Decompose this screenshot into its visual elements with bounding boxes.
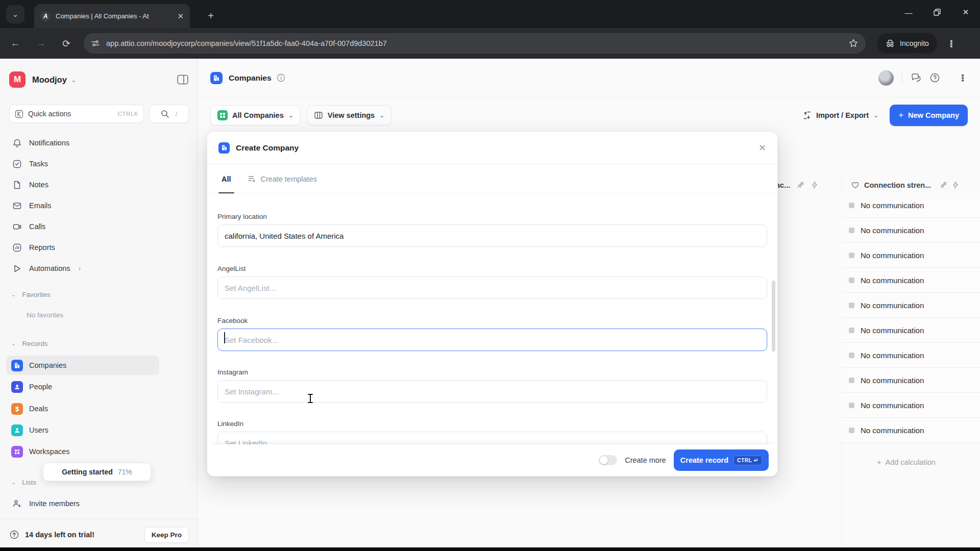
instagram-input[interactable] bbox=[217, 380, 767, 403]
note-icon bbox=[12, 180, 22, 190]
sidebar-item-tasks[interactable]: Tasks bbox=[6, 154, 159, 173]
sidebar-item-users[interactable]: Users bbox=[6, 420, 159, 440]
sidebar-item-label: Notes bbox=[29, 181, 48, 189]
import-export-button[interactable]: Import / Export ⌄ bbox=[797, 105, 884, 126]
refresh-button[interactable]: ⟳ bbox=[56, 33, 77, 54]
restore-button[interactable] bbox=[923, 0, 951, 24]
facebook-input[interactable] bbox=[217, 329, 767, 351]
table-row[interactable]: No communication bbox=[841, 193, 980, 218]
pin-slash-icon[interactable] bbox=[797, 181, 804, 189]
cell-value: No communication bbox=[861, 226, 924, 235]
table-row[interactable]: No communication bbox=[841, 243, 980, 268]
table-column-connection-strength[interactable]: Connection stren... bbox=[851, 181, 959, 189]
new-company-button[interactable]: + New Company bbox=[890, 105, 968, 126]
sidebar-item-notes[interactable]: Notes bbox=[6, 175, 159, 194]
divider bbox=[902, 72, 902, 84]
table-row[interactable]: No communication bbox=[841, 418, 980, 443]
tab-close-icon[interactable]: ✕ bbox=[177, 12, 184, 21]
sidebar-item-emails[interactable]: Emails bbox=[6, 196, 159, 215]
sidebar-item-people[interactable]: People bbox=[6, 377, 159, 396]
quick-actions-button[interactable]: Quick actions CTRLK bbox=[9, 105, 144, 123]
field-instagram: Instagram bbox=[217, 368, 767, 403]
browser-tab[interactable]: A Companies | All Companies - At ✕ bbox=[34, 4, 190, 28]
back-button[interactable]: ← bbox=[5, 33, 26, 54]
add-calculation-button[interactable]: + Add calculation bbox=[841, 443, 980, 481]
table-row[interactable]: No communication bbox=[841, 318, 980, 343]
chat-icon[interactable] bbox=[911, 72, 921, 83]
close-icon[interactable]: ✕ bbox=[758, 142, 766, 154]
status-bullet-icon bbox=[849, 228, 854, 233]
help-icon[interactable] bbox=[929, 72, 940, 83]
bookmark-star-icon[interactable] bbox=[848, 38, 859, 48]
pin-slash-icon[interactable] bbox=[940, 181, 947, 189]
sidebar-item-deals[interactable]: $ Deals bbox=[6, 399, 159, 418]
keep-pro-button[interactable]: Keep Pro bbox=[144, 527, 189, 543]
table-row[interactable]: No communication bbox=[841, 218, 980, 243]
bar-chart-icon bbox=[12, 243, 22, 253]
table-row[interactable]: No communication bbox=[841, 343, 980, 368]
view-selector-label: All Companies bbox=[232, 111, 284, 119]
view-settings-button[interactable]: View settings ⌄ bbox=[307, 105, 391, 126]
more-options-icon[interactable]: ••• bbox=[958, 74, 968, 82]
create-record-button[interactable]: Create record CTRL ↵ bbox=[674, 449, 769, 471]
search-button[interactable]: / bbox=[149, 105, 189, 123]
site-info-icon[interactable] bbox=[91, 39, 100, 48]
invite-members-button[interactable]: Invite members bbox=[6, 494, 159, 513]
tab-all[interactable]: All bbox=[218, 164, 234, 193]
table-row[interactable]: No communication bbox=[841, 368, 980, 393]
favorites-section-header[interactable]: ⌄ Favorites bbox=[11, 287, 164, 302]
sidebar-item-label: Users bbox=[29, 426, 48, 434]
tab-create-templates[interactable]: Create templates bbox=[248, 174, 317, 183]
table-row[interactable]: No communication bbox=[841, 293, 980, 318]
info-icon[interactable] bbox=[277, 73, 285, 82]
new-tab-button[interactable]: + bbox=[203, 8, 218, 23]
view-selector-button[interactable]: All Companies ⌄ bbox=[210, 105, 301, 126]
chevron-down-icon: ⌄ bbox=[11, 340, 16, 347]
lightning-icon[interactable] bbox=[952, 181, 959, 189]
create-more-label: Create more bbox=[625, 456, 666, 464]
address-bar[interactable]: app.attio.com/moodjoycorp/companies/view… bbox=[84, 33, 866, 54]
sidebar-item-workspaces[interactable]: Workspaces bbox=[6, 442, 159, 461]
modal-scrollbar[interactable] bbox=[772, 281, 775, 352]
table-row[interactable]: No communication bbox=[841, 393, 980, 418]
favorites-header-label: Favorites bbox=[22, 291, 51, 298]
minimize-button[interactable]: — bbox=[894, 0, 923, 24]
create-more-toggle[interactable] bbox=[599, 455, 617, 465]
users-icon bbox=[11, 424, 23, 436]
modal-title: Create Company bbox=[236, 143, 299, 153]
sidebar-item-label: Companies bbox=[29, 361, 66, 369]
forward-button[interactable]: → bbox=[31, 33, 51, 54]
table-column-partial[interactable]: ac... bbox=[776, 181, 818, 189]
avatar[interactable] bbox=[878, 70, 894, 86]
view-toolbar: All Companies ⌄ View settings ⌄ Import /… bbox=[198, 97, 980, 133]
search-slash-shortcut: / bbox=[176, 110, 178, 118]
quick-actions-row: Quick actions CTRLK / bbox=[9, 105, 189, 123]
lightning-icon[interactable] bbox=[811, 181, 818, 189]
linkedin-input[interactable] bbox=[217, 432, 767, 445]
getting-started-pill[interactable]: Getting started 71% bbox=[43, 463, 151, 481]
sidebar-item-label: Calls bbox=[29, 222, 45, 231]
sidebar-item-notifications[interactable]: Notifications bbox=[6, 133, 159, 153]
angellist-input[interactable] bbox=[217, 277, 767, 299]
browser-menu-icon[interactable]: ••• bbox=[946, 40, 957, 47]
close-window-button[interactable]: ✕ bbox=[951, 0, 980, 24]
sidebar-item-reports[interactable]: Reports bbox=[6, 238, 159, 257]
records-section-header[interactable]: ⌄ Records bbox=[11, 336, 164, 351]
plus-icon: + bbox=[877, 458, 881, 466]
collapse-sidebar-icon[interactable] bbox=[177, 74, 189, 85]
field-label: Facebook bbox=[217, 317, 767, 324]
plus-icon: + bbox=[898, 110, 903, 120]
modal-header: Create Company ✕ bbox=[207, 132, 777, 164]
sidebar-item-label: Reports bbox=[29, 243, 55, 252]
workspace-switcher[interactable]: M Moodjoy ⌄ bbox=[9, 71, 189, 88]
sidebar-item-companies[interactable]: Companies bbox=[6, 356, 159, 375]
cell-value: No communication bbox=[861, 426, 924, 435]
incognito-icon bbox=[885, 38, 895, 48]
companies-icon bbox=[210, 72, 223, 84]
url-text[interactable]: app.attio.com/moodjoycorp/companies/view… bbox=[106, 39, 842, 47]
table-row[interactable]: No communication bbox=[841, 268, 980, 293]
primary-location-input[interactable] bbox=[217, 224, 767, 247]
sidebar-item-calls[interactable]: Calls bbox=[6, 217, 159, 236]
sidebar-item-automations[interactable]: Automations › bbox=[6, 259, 159, 278]
tab-search-button[interactable]: ⌄ bbox=[6, 5, 24, 23]
